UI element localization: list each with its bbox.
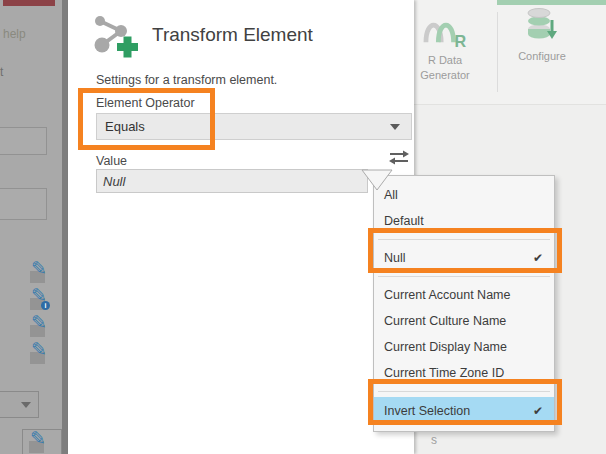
checkmark-icon: ✔: [533, 245, 543, 271]
element-operator-select[interactable]: Equals: [96, 113, 412, 140]
menu-item-current-culture-name[interactable]: Current Culture Name: [374, 308, 554, 334]
dialog-subtitle: Settings for a transform element.: [96, 73, 277, 87]
menu-item-current-time-zone-id[interactable]: Current Time Zone ID: [374, 360, 554, 386]
dimmed-dropdown: [0, 391, 39, 418]
dimmed-text-fragment: t: [0, 65, 3, 79]
checkmark-icon: ✔: [533, 397, 543, 425]
dialog-title: Transform Element: [152, 24, 313, 46]
ribbon-group-configure[interactable]: Configure: [503, 8, 581, 63]
chevron-down-icon: [21, 402, 31, 408]
dimmed-help-menu-label: help: [3, 27, 26, 41]
value-input[interactable]: [96, 169, 368, 193]
edit-pencil-info-icon: ✎i: [30, 290, 54, 310]
ribbon-label-line2: Generator: [406, 69, 484, 82]
value-label: Value: [96, 154, 127, 168]
svg-text:R: R: [455, 32, 467, 48]
edit-pencil-icon: ✎: [30, 344, 54, 364]
dimmed-titlebar-fragment: [3, 0, 55, 6]
ribbon-label-configure: Configure: [503, 50, 581, 63]
ribbon-group-r-data-generator[interactable]: R R Data Generator: [406, 8, 484, 82]
transform-element-icon: [90, 12, 144, 60]
edit-pencil-icon: ✎: [30, 263, 54, 283]
active-tab-accent-bar: [497, 0, 606, 5]
menu-item-invert-selection[interactable]: Invert Selection✔: [374, 397, 554, 425]
r-data-generator-icon: R: [420, 8, 470, 48]
screen: R R Data Generator Configure s help t: [0, 0, 606, 454]
edit-pencil-icon: ✎: [30, 317, 54, 337]
dimmed-edit-button: ✎: [22, 429, 62, 454]
dimmed-app-overlay: help t ✎ ✎i ✎ ✎ ✎: [0, 0, 62, 454]
configure-database-icon: [523, 8, 561, 44]
menu-separator: [378, 391, 550, 392]
menu-item-current-account-name[interactable]: Current Account Name: [374, 282, 554, 308]
menu-separator: [378, 239, 550, 240]
menu-pointer-triangle: [360, 168, 394, 192]
chevron-down-icon: [390, 124, 400, 130]
element-operator-label: Element Operator: [96, 96, 195, 110]
ribbon-group-separator: [497, 12, 498, 92]
ribbon-label-line1: R Data: [406, 54, 484, 67]
obscured-text-fragment: s: [431, 433, 437, 447]
edit-pencil-icon: ✎: [29, 433, 53, 453]
transform-element-dialog: Transform Element Settings for a transfo…: [68, 0, 414, 454]
menu-item-current-display-name[interactable]: Current Display Name: [374, 334, 554, 360]
value-options-menu: All Default Null✔ Current Account Name C…: [373, 175, 555, 432]
element-operator-value: Equals: [105, 119, 145, 134]
menu-separator: [378, 276, 550, 277]
swap-values-icon[interactable]: [388, 149, 410, 167]
menu-item-null[interactable]: Null✔: [374, 245, 554, 271]
dimmed-field: [0, 127, 47, 155]
menu-item-all[interactable]: All: [374, 182, 554, 208]
dimmed-field: [0, 188, 47, 220]
menu-item-default[interactable]: Default: [374, 208, 554, 234]
